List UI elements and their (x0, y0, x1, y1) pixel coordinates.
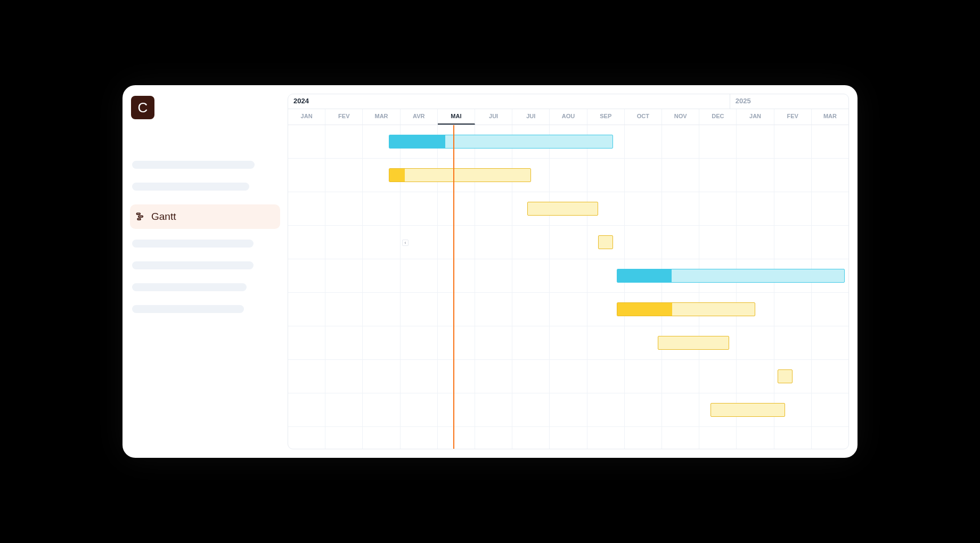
month-header-cell[interactable]: AOU (550, 109, 587, 125)
nav-item-placeholder[interactable] (132, 305, 244, 313)
gantt-grid[interactable]: ‹ (288, 125, 848, 449)
nav-item-gantt[interactable]: Gantt (130, 204, 280, 229)
gantt-bar[interactable] (778, 369, 793, 383)
today-indicator (453, 125, 454, 449)
gantt-bar-progress (617, 269, 672, 282)
month-header-cell[interactable]: SEP (587, 109, 625, 125)
gantt-bar-progress (389, 169, 405, 182)
month-header-cell[interactable]: NOV (662, 109, 699, 125)
gantt-bar[interactable] (389, 168, 531, 182)
nav-item-placeholder[interactable] (132, 183, 249, 191)
gantt-bar[interactable] (527, 202, 598, 216)
gantt-icon (135, 211, 146, 222)
month-header-cell[interactable]: MAR (363, 109, 400, 125)
month-header-cell[interactable]: FEV (774, 109, 812, 125)
gantt-row (288, 393, 848, 427)
gantt-row (288, 125, 848, 159)
gantt-bar[interactable] (617, 269, 845, 283)
svg-rect-1 (138, 216, 143, 217)
nav-item-placeholder[interactable] (132, 240, 254, 248)
nav-item-placeholder[interactable] (132, 161, 255, 169)
gantt-bar[interactable] (598, 235, 613, 249)
gantt-bar-progress (389, 135, 445, 148)
gantt-row (288, 192, 848, 226)
month-header-cell[interactable]: AVR (401, 109, 438, 125)
nav-item-label: Gantt (151, 211, 176, 223)
app-window: C Gantt 2024 2025 JANFEVMARAVRMAIJUIJUIA… (123, 85, 858, 458)
month-header-cell[interactable]: MAI (438, 109, 475, 125)
gantt-row (288, 326, 848, 360)
gantt-row (288, 259, 848, 293)
month-header-cell[interactable]: JAN (737, 109, 774, 125)
app-logo[interactable]: C (131, 96, 154, 119)
gantt-row (288, 293, 848, 326)
nav-item-placeholder[interactable] (132, 261, 254, 269)
nav-item-placeholder[interactable] (132, 283, 247, 291)
gantt-bar[interactable] (617, 302, 755, 316)
svg-rect-2 (137, 218, 141, 220)
collapse-handle-icon[interactable]: ‹ (402, 240, 409, 246)
month-header-cell[interactable]: DEC (699, 109, 737, 125)
year-header-row: 2024 2025 (288, 94, 848, 109)
year-label: 2024 (288, 94, 730, 109)
month-header-cell[interactable]: JUI (512, 109, 550, 125)
sidebar: C Gantt (123, 85, 288, 458)
month-header-cell[interactable]: FEV (325, 109, 363, 125)
month-header-cell[interactable]: MAR (812, 109, 848, 125)
gantt-bar[interactable] (389, 135, 613, 149)
svg-rect-0 (137, 213, 141, 215)
month-header-row: JANFEVMARAVRMAIJUIJUIAOUSEPOCTNOVDECJANF… (288, 109, 848, 125)
gantt-row (288, 159, 848, 192)
gantt-bar-progress (617, 303, 672, 316)
month-header-cell[interactable]: JAN (288, 109, 325, 125)
year-label: 2025 (730, 94, 848, 109)
gantt-chart: 2024 2025 JANFEVMARAVRMAIJUIJUIAOUSEPOCT… (288, 94, 849, 449)
logo-letter: C (138, 100, 148, 116)
gantt-bar[interactable] (658, 336, 729, 350)
gantt-bar[interactable] (710, 403, 785, 417)
grid-rows: ‹ (288, 125, 848, 449)
month-header-cell[interactable]: JUI (475, 109, 512, 125)
gantt-row (288, 360, 848, 393)
month-header-cell[interactable]: OCT (625, 109, 662, 125)
main-panel: 2024 2025 JANFEVMARAVRMAIJUIJUIAOUSEPOCT… (288, 85, 858, 458)
gantt-row: ‹ (288, 226, 848, 259)
